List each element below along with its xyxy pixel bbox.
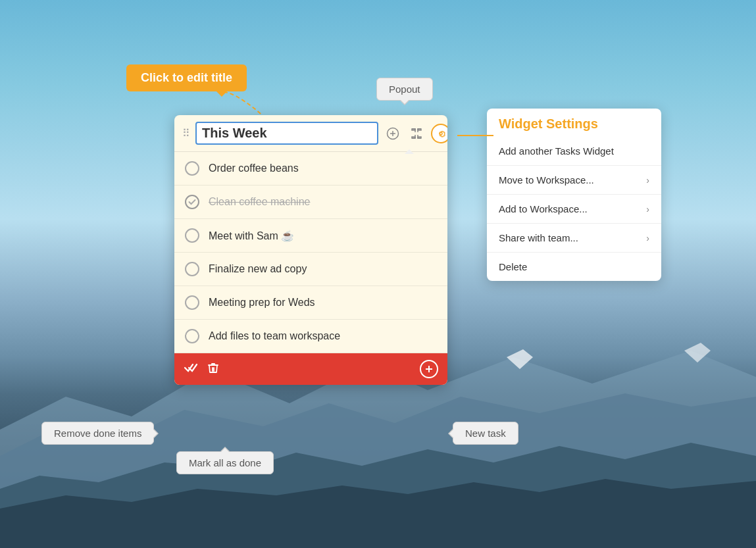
chevron-right-icon: › xyxy=(646,175,649,186)
tooltip-popout: Popout xyxy=(376,78,433,101)
chevron-right-icon: › xyxy=(646,204,649,214)
settings-item-add-workspace[interactable]: Add to Workspace... › xyxy=(487,194,661,223)
task-item: Add files to team workspace xyxy=(174,320,447,353)
gear-settings-button[interactable] xyxy=(431,124,447,143)
add-task-footer-button[interactable] xyxy=(420,360,438,378)
task-checkbox-2[interactable] xyxy=(185,195,199,209)
task-checkbox-5[interactable] xyxy=(185,295,199,310)
settings-item-share-team[interactable]: Share with team... › xyxy=(487,223,661,252)
task-item: Order coffee beans xyxy=(174,152,447,186)
tooltip-new-task-bottom[interactable]: New task xyxy=(453,422,518,445)
widget-footer xyxy=(174,353,447,385)
task-label-4: Finalize new ad copy xyxy=(209,263,437,275)
chevron-right-icon: › xyxy=(646,233,649,243)
ui-layer: Click to edit title Popout New task ⠿ xyxy=(0,0,756,548)
widget-header: ⠿ xyxy=(174,115,447,152)
task-item-done: Clean coffee machine xyxy=(174,186,447,219)
remove-done-icon[interactable] xyxy=(206,361,220,378)
tooltip-mark-all: Mark all as done xyxy=(176,451,274,474)
task-label-6: Add files to team workspace xyxy=(209,330,437,342)
task-widget: ⠿ xyxy=(174,115,447,385)
task-checkbox-1[interactable] xyxy=(185,161,199,176)
settings-item-delete[interactable]: Delete xyxy=(487,252,661,281)
settings-item-label: Add to Workspace... xyxy=(499,203,588,214)
tooltip-edit-title: Click to edit title xyxy=(126,64,247,91)
task-checkbox-4[interactable] xyxy=(185,262,199,276)
expand-icon[interactable] xyxy=(407,124,426,143)
task-label-5: Meeting prep for Weds xyxy=(209,297,437,309)
task-item: Meet with Sam ☕ xyxy=(174,219,447,253)
settings-item-label: Move to Workspace... xyxy=(499,174,594,186)
settings-item-label: Delete xyxy=(499,261,527,272)
task-label-3: Meet with Sam ☕ xyxy=(209,230,437,242)
settings-item-move-workspace[interactable]: Move to Workspace... › xyxy=(487,165,661,194)
task-checkbox-3[interactable] xyxy=(185,228,199,243)
settings-item-label: Add another Tasks Widget xyxy=(499,145,614,157)
task-item: Meeting prep for Weds xyxy=(174,286,447,320)
task-label-1: Order coffee beans xyxy=(209,162,437,174)
widget-settings-panel: Widget Settings Add another Tasks Widget… xyxy=(487,109,661,281)
task-list: Order coffee beans Clean coffee machine … xyxy=(174,152,447,353)
settings-item-add-widget[interactable]: Add another Tasks Widget xyxy=(487,137,661,165)
task-label-2: Clean coffee machine xyxy=(209,196,437,208)
task-checkbox-6[interactable] xyxy=(185,329,199,343)
task-item: Finalize new ad copy xyxy=(174,253,447,286)
check-all-icon[interactable] xyxy=(184,361,198,378)
widget-title-input[interactable] xyxy=(195,122,378,145)
tooltip-remove-done: Remove done items xyxy=(41,422,154,445)
widget-settings-title: Widget Settings xyxy=(487,109,661,137)
drag-handle-icon[interactable]: ⠿ xyxy=(182,127,190,139)
settings-item-label: Share with team... xyxy=(499,232,578,243)
add-task-icon[interactable] xyxy=(384,124,402,143)
widget-header-icons xyxy=(384,124,447,143)
